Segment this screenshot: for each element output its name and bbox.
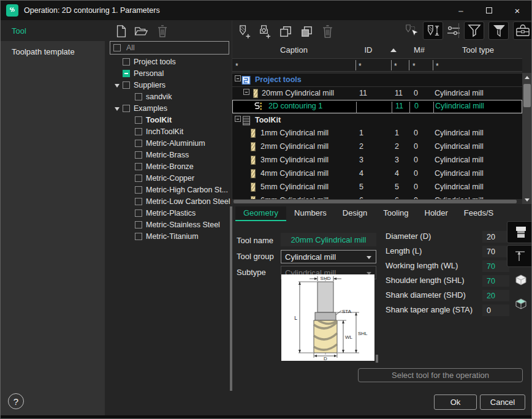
tree-checkbox[interactable]: [123, 58, 130, 66]
tree-checkbox[interactable]: [135, 163, 142, 170]
scrollbar-thumb[interactable]: [523, 84, 531, 107]
tree-item[interactable]: Metric-Stainless Steel: [105, 219, 231, 231]
new-document-button[interactable]: [113, 23, 129, 39]
tree-item[interactable]: Personal: [105, 68, 231, 80]
tree-checkbox[interactable]: [135, 198, 142, 205]
add-tool-button[interactable]: [236, 23, 252, 39]
filter-button[interactable]: [464, 21, 484, 40]
collapse-toggle[interactable]: [235, 116, 241, 122]
tool-row[interactable]: 5mm Cylindrical mill550Cylindrical mill: [232, 181, 522, 194]
tree-filter-all[interactable]: All: [110, 41, 229, 55]
tree-item[interactable]: sandvik: [105, 91, 231, 103]
trash-button[interactable]: [154, 23, 170, 39]
help-button[interactable]: ?: [8, 393, 24, 409]
tab-design[interactable]: Design: [335, 206, 375, 221]
title-bar[interactable]: Operation: 2D contouring 1. Parameters –…: [1, 1, 531, 20]
tree-item[interactable]: Project tools: [105, 56, 231, 68]
solid-holder-preview-button[interactable]: [507, 293, 532, 315]
delete-tool-button[interactable]: [319, 23, 335, 39]
scrollbar-thumb[interactable]: [234, 200, 517, 203]
tab-geometry[interactable]: Geometry: [235, 206, 286, 221]
tree-item[interactable]: Metric-Plastics: [105, 208, 231, 219]
open-folder-button[interactable]: [133, 23, 149, 39]
tree-item[interactable]: Metric-High Carbon St...: [105, 184, 231, 196]
detail-splitter[interactable]: [376, 355, 378, 363]
filter-cell[interactable]: *: [235, 62, 238, 70]
tool-row[interactable]: 2mm Cylindrical mill220Cylindrical mill: [232, 140, 522, 154]
tool-group-row[interactable]: Project tools: [232, 73, 522, 86]
tool-dimensions-button[interactable]: [423, 21, 443, 40]
tree-checkbox[interactable]: [135, 221, 142, 228]
solid-preview-button[interactable]: [507, 269, 532, 291]
column-caption[interactable]: Caption: [232, 45, 355, 55]
add-tool-holder-button[interactable]: [256, 23, 272, 39]
tab-holder[interactable]: Holder: [417, 206, 456, 221]
expander-icon[interactable]: [115, 84, 120, 88]
tool-row[interactable]: 20mm Cylindrical mill11110Cylindrical mi…: [232, 86, 522, 100]
shank-segments-button[interactable]: [507, 221, 532, 243]
tree-checkbox[interactable]: [135, 233, 142, 240]
collapse-toggle[interactable]: [235, 75, 241, 81]
select-tool-button[interactable]: Select tool for the operation: [358, 368, 523, 382]
column-tool-type[interactable]: Tool type: [435, 45, 522, 55]
minimize-button[interactable]: –: [447, 1, 475, 20]
operation-row[interactable]: 2D contouring 1110Cylindrical mill: [232, 100, 522, 113]
vertical-scrollbar[interactable]: [522, 73, 532, 204]
cancel-button[interactable]: Cancel: [480, 394, 525, 410]
tree-item[interactable]: Metric-Copper: [105, 173, 231, 184]
pick-tool-cursor-button[interactable]: [402, 21, 422, 40]
tool-row[interactable]: 3mm Cylindrical mill330Cylindrical mill: [232, 154, 522, 167]
collapse-toggle[interactable]: [243, 89, 249, 95]
all-checkbox[interactable]: [113, 44, 121, 51]
tree-item[interactable]: ToolKit: [105, 115, 231, 126]
filter-cell[interactable]: *: [436, 62, 439, 70]
tree-checkbox[interactable]: [135, 151, 142, 159]
tool-row[interactable]: 1mm Cylindrical mill110Cylindrical mill: [232, 127, 522, 140]
filter-cell[interactable]: *: [359, 62, 362, 70]
tree-checkbox[interactable]: [123, 81, 130, 89]
duplicate-tool-button[interactable]: [298, 23, 314, 39]
param-input[interactable]: [482, 304, 509, 316]
tree-item[interactable]: Examples: [105, 103, 231, 115]
tree-item[interactable]: InchToolKit: [105, 126, 231, 138]
tab-feedss[interactable]: Feeds/S: [456, 206, 501, 221]
param-input[interactable]: [482, 246, 509, 257]
scroll-down-button[interactable]: [522, 195, 532, 204]
sidebar-item-toolpath-template[interactable]: Toolpath template: [1, 41, 105, 62]
tree-item[interactable]: Suppliers: [105, 80, 231, 91]
view-options-button[interactable]: [446, 21, 462, 40]
tree-checkbox[interactable]: [135, 175, 142, 182]
tool-row[interactable]: 4mm Cylindrical mill440Cylindrical mill: [232, 167, 522, 181]
tool-group-dropdown[interactable]: Cylindrical mill: [281, 250, 376, 263]
tree-checkbox[interactable]: [135, 210, 142, 217]
tree-checkbox[interactable]: [123, 105, 130, 112]
measure-height-button[interactable]: [507, 245, 532, 267]
filter-cell[interactable]: *: [412, 62, 416, 70]
param-input[interactable]: [482, 275, 509, 287]
tree-item[interactable]: Metric-Low Carbon Steel: [105, 196, 231, 208]
filter-cell[interactable]: *: [394, 62, 397, 70]
tree-checkbox[interactable]: [135, 186, 142, 194]
column-m[interactable]: M#: [406, 45, 432, 55]
filter-applied-button[interactable]: [488, 21, 509, 40]
tab-tooling[interactable]: Tooling: [375, 206, 416, 221]
column-id[interactable]: ID: [355, 45, 381, 55]
tab-numbers[interactable]: Numbers: [286, 206, 335, 221]
tool-table-filter-row[interactable]: * * * * *: [232, 58, 522, 72]
tree-item[interactable]: Metric-Bronze: [105, 161, 231, 173]
expander-icon[interactable]: [115, 107, 120, 111]
param-input[interactable]: [482, 260, 509, 272]
tree-item[interactable]: Metric-Titanium: [105, 231, 231, 243]
sidebar-item-tool[interactable]: Tool: [1, 20, 105, 41]
tree-item[interactable]: Metric-Brass: [105, 149, 231, 161]
tree-checkbox[interactable]: [135, 128, 142, 135]
tree-checkbox[interactable]: [135, 116, 142, 124]
scroll-up-button[interactable]: [522, 73, 532, 81]
maximize-button[interactable]: [475, 1, 503, 20]
copy-tool-button[interactable]: [278, 23, 294, 39]
horizontal-scrollbar[interactable]: [232, 199, 522, 204]
ok-button[interactable]: Ok: [434, 394, 477, 410]
tree-item[interactable]: Metric-Aluminium: [105, 138, 231, 149]
close-button[interactable]: ×: [503, 1, 531, 20]
tree-checkbox[interactable]: [123, 70, 130, 77]
